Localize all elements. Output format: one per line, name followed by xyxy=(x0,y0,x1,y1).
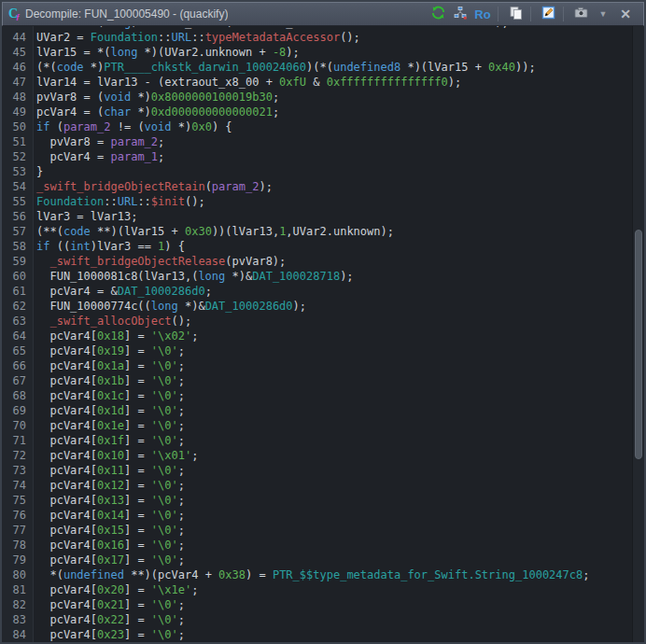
snapshot-button[interactable] xyxy=(570,5,591,23)
code-line[interactable]: 44UVar2 = Foundation::URL::typeMetadataA… xyxy=(2,30,632,45)
code-text: pcVar4[0x1f] = '\0'; xyxy=(34,433,185,448)
code-line[interactable]: 59 _swift_bridgeObjectRelease(pvVar8); xyxy=(2,254,632,269)
code-line[interactable]: 54_swift_bridgeObjectRetain(param_2); xyxy=(2,179,632,194)
refresh-button[interactable] xyxy=(428,5,448,23)
code-text: Foundation::URL::$init(); xyxy=(34,194,205,209)
titlebar[interactable]: Cf Decompile: FUN_100005490 - (quackify) xyxy=(2,2,644,26)
line-number: 78 xyxy=(2,538,34,553)
chevron-down-icon: ▼ xyxy=(599,9,608,19)
code-line[interactable]: 70 pcVar4[0x1e] = '\0'; xyxy=(2,418,632,433)
code-text: UVar2 = Foundation::URL::typeMetadataAcc… xyxy=(34,30,360,45)
code-line[interactable]: 60 FUN_1000081c8(lVar13,(long *)&DAT_100… xyxy=(2,269,632,284)
ro-button[interactable]: Ro xyxy=(472,5,493,23)
code-text: (**(code **)(lVar15 + 0x30))(lVar13,1,UV… xyxy=(34,224,394,239)
code-text: *(undefined **)(pcVar4 + 0x38) = PTR_$$t… xyxy=(34,567,589,582)
code-line[interactable]: 71 pcVar4[0x1f] = '\0'; xyxy=(2,433,632,448)
close-button[interactable]: ✕ xyxy=(615,5,636,23)
code-line[interactable]: 79 pcVar4[0x17] = '\0'; xyxy=(2,553,632,567)
line-number: 77 xyxy=(2,523,34,538)
code-text: pcVar4[0x22] = '\0'; xyxy=(34,612,185,627)
line-number: 52 xyxy=(2,149,34,164)
code-line[interactable]: 56lVar3 = lVar13; xyxy=(2,209,632,224)
edit-icon xyxy=(541,6,555,22)
decompiler-view: 43lVar13 = (long)&uStack_90 - (extraout_… xyxy=(2,26,644,642)
scrollbar-thumb[interactable] xyxy=(635,230,642,459)
code-text: pcVar4[0x16] = '\0'; xyxy=(34,538,185,553)
decompiler-cf-icon: Cf xyxy=(8,7,25,21)
line-number: 69 xyxy=(2,403,34,418)
vertical-scrollbar[interactable] xyxy=(632,26,644,642)
decompile-panel: Cf Decompile: FUN_100005490 - (quackify) xyxy=(0,0,646,644)
call-graph-button[interactable] xyxy=(450,5,470,23)
code-text: pcVar4[0x11] = '\0'; xyxy=(34,463,185,478)
code-text: pcVar4[0x12] = '\0'; xyxy=(34,478,185,493)
code-line[interactable]: 81 pcVar4[0x20] = '\x1e'; xyxy=(2,582,632,597)
line-number: 51 xyxy=(2,134,34,149)
line-number: 49 xyxy=(2,105,34,119)
code-text: pcVar4[0x13] = '\0'; xyxy=(34,493,185,508)
code-line[interactable]: 66 pcVar4[0x1a] = '\0'; xyxy=(2,358,632,373)
code-line[interactable]: 57(**(code **)(lVar15 + 0x30))(lVar13,1,… xyxy=(2,224,632,239)
code-line[interactable]: 65 pcVar4[0x19] = '\0'; xyxy=(2,343,632,358)
line-number: 45 xyxy=(2,45,34,60)
line-number: 57 xyxy=(2,224,34,239)
code-line[interactable]: 84 pcVar4[0x23] = '\0'; xyxy=(2,627,632,642)
code-line[interactable]: 46(*(code *)PTR____chkstk_darwin_1000240… xyxy=(2,60,632,75)
snapshot-camera-icon xyxy=(574,6,588,22)
code-line[interactable]: 73 pcVar4[0x11] = '\0'; xyxy=(2,463,632,478)
line-number: 65 xyxy=(2,343,34,358)
code-text: pcVar4[0x1e] = '\0'; xyxy=(34,418,185,433)
code-line[interactable]: 47lVar14 = lVar13 - (extraout_x8_00 + 0x… xyxy=(2,75,632,90)
code-line[interactable]: 64 pcVar4[0x18] = '\x02'; xyxy=(2,329,632,343)
code-line[interactable]: 77 pcVar4[0x15] = '\0'; xyxy=(2,523,632,538)
line-number: 79 xyxy=(2,553,34,567)
line-number: 74 xyxy=(2,478,34,493)
code-line[interactable]: 82 pcVar4[0x21] = '\0'; xyxy=(2,597,632,612)
close-icon: ✕ xyxy=(620,7,631,21)
code-line[interactable]: 52 pcVar4 = param_1; xyxy=(2,149,632,164)
line-number: 53 xyxy=(2,164,34,179)
line-number: 63 xyxy=(2,314,34,329)
line-number: 54 xyxy=(2,179,34,194)
toolbar-separator xyxy=(563,7,564,21)
code-text: _swift_allocObject(); xyxy=(34,314,191,329)
code-line[interactable]: 49pcVar4 = (char *)0xd000000000000021; xyxy=(2,105,632,119)
code-line[interactable]: 75 pcVar4[0x13] = '\0'; xyxy=(2,493,632,508)
code-line[interactable]: 68 pcVar4[0x1c] = '\0'; xyxy=(2,388,632,403)
code-line[interactable]: 50if (param_2 != (void *)0x0) { xyxy=(2,119,632,134)
code-line[interactable]: 83 pcVar4[0x22] = '\0'; xyxy=(2,612,632,627)
code-line[interactable]: 78 pcVar4[0x16] = '\0'; xyxy=(2,538,632,553)
code-line[interactable]: 45lVar15 = *(long *)(UVar2.unknown + -8)… xyxy=(2,45,632,60)
code-line[interactable]: 80 *(undefined **)(pcVar4 + 0x38) = PTR_… xyxy=(2,567,632,582)
panel-menu-button[interactable]: ▼ xyxy=(593,5,613,23)
code-line[interactable]: 58if ((int)lVar3 == 1) { xyxy=(2,239,632,254)
code-text: pcVar4[0x10] = '\x01'; xyxy=(34,448,198,463)
copy-icon xyxy=(509,6,523,22)
line-number: 80 xyxy=(2,567,34,582)
line-number: 81 xyxy=(2,582,34,597)
code-line[interactable]: 72 pcVar4[0x10] = '\x01'; xyxy=(2,448,632,463)
code-line[interactable]: 69 pcVar4[0x1d] = '\0'; xyxy=(2,403,632,418)
code-text: pcVar4[0x14] = '\0'; xyxy=(34,508,185,523)
code-line[interactable]: 74 pcVar4[0x12] = '\0'; xyxy=(2,478,632,493)
code-line[interactable]: 55Foundation::URL::$init(); xyxy=(2,194,632,209)
code-line[interactable]: 63 _swift_allocObject(); xyxy=(2,314,632,329)
code-line[interactable]: 76 pcVar4[0x14] = '\0'; xyxy=(2,508,632,523)
code-text: pcVar4[0x1d] = '\0'; xyxy=(34,403,185,418)
edit-button[interactable] xyxy=(538,5,558,23)
code-line[interactable]: 53} xyxy=(2,164,632,179)
line-number: 66 xyxy=(2,358,34,373)
code-line[interactable]: 61 pcVar4 = &DAT_1000286d0; xyxy=(2,284,632,299)
code-text: if ((int)lVar3 == 1) { xyxy=(34,239,185,254)
line-number: 73 xyxy=(2,463,34,478)
decompiler-code: 43lVar13 = (long)&uStack_90 - (extraout_… xyxy=(2,26,632,642)
line-number: 47 xyxy=(2,75,34,90)
code-line[interactable]: 51 pvVar8 = param_2; xyxy=(2,134,632,149)
refresh-icon xyxy=(431,6,445,22)
code-line[interactable]: 48pvVar8 = (void *)0x8000000100019b30; xyxy=(2,90,632,105)
code-line[interactable]: 67 pcVar4[0x1b] = '\0'; xyxy=(2,373,632,388)
copy-button[interactable] xyxy=(505,5,526,23)
code-text: pcVar4[0x19] = '\0'; xyxy=(34,343,185,358)
line-number: 70 xyxy=(2,418,34,433)
code-line[interactable]: 62 FUN_10000774c((long *)&DAT_1000286d0)… xyxy=(2,299,632,314)
